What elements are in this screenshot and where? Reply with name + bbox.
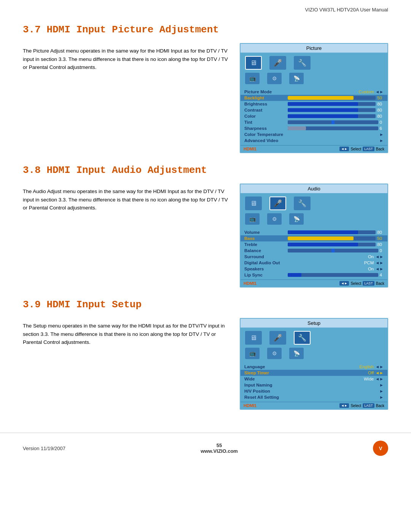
- logo-text: V: [379, 446, 382, 451]
- bar-spacer: [288, 133, 378, 136]
- source-label: HDMI1: [244, 147, 256, 151]
- bar-container: [288, 273, 378, 277]
- sub-icon-2: ⚙: [267, 213, 282, 225]
- picture-icon: 🖥: [245, 56, 262, 70]
- page-footer: Version 11/19/2007 55 www.VIZIO.com V: [0, 433, 411, 463]
- bar-fill: [288, 236, 354, 240]
- select-label: Select: [350, 281, 361, 286]
- select-label: Select: [350, 147, 361, 151]
- menu-label: Balance: [244, 248, 286, 253]
- menu-label: Brightness: [244, 102, 286, 106]
- menu-label: Sharpness: [244, 126, 286, 131]
- table-row: Digital Audio Out PCM ◄►: [241, 260, 387, 266]
- bar-spacer: [288, 255, 366, 259]
- bar-fill: [288, 243, 358, 246]
- bar-spacer: [288, 365, 358, 369]
- menu-label: Surround: [244, 254, 286, 259]
- setup-icon: 🔧: [294, 197, 311, 210]
- table-row: Contrast 80: [241, 107, 387, 113]
- audio-icons-row2: 📺 ⚙ 📡: [241, 213, 387, 228]
- bar-container: [288, 96, 376, 100]
- menu-value: On: [368, 267, 375, 271]
- menu-arrow: ►: [379, 389, 384, 393]
- table-row: Backlight 50: [241, 95, 387, 101]
- audio-icon: 🎤: [269, 197, 286, 210]
- menu-arrow: ►: [379, 138, 384, 143]
- setup-panel-header: Setup: [241, 319, 387, 328]
- bar-spacer: [288, 267, 366, 271]
- last-btn: LAST: [363, 403, 374, 408]
- menu-label: Sleep Timer: [244, 371, 286, 375]
- footer-controls: ◄► Select LAST Back: [339, 281, 384, 286]
- table-row: Advanced Video ►: [241, 137, 387, 144]
- manual-title: VIZIO VW37L HDTV20A User Manual: [305, 7, 388, 13]
- section-3-7-title: 3.7 HDMI Input Picture Adjustment: [23, 24, 388, 35]
- lip-sync-label: Lip Sync: [244, 273, 286, 277]
- menu-label: H/V Position: [244, 389, 286, 393]
- menu-value: 80: [377, 242, 384, 247]
- bar-spacer: [288, 371, 366, 375]
- menu-arrow: ◄►: [375, 254, 384, 259]
- picture-icon: 🖥: [245, 331, 262, 345]
- menu-arrow: ◄►: [375, 260, 384, 265]
- bar-spacer: [288, 389, 378, 393]
- menu-label: Advanced Video: [244, 138, 286, 143]
- table-row: Input Naming ►: [241, 382, 387, 388]
- menu-arrow: ►: [379, 395, 384, 399]
- table-row: Wide Wide ◄►: [241, 376, 387, 382]
- menu-arrow: ◄►: [375, 364, 384, 369]
- menu-value: 0: [380, 248, 384, 253]
- bar-container: [288, 120, 378, 124]
- menu-value: 50: [377, 96, 384, 100]
- section-3-8-title: 3.8 HDMI Input Audio Adjustment: [23, 165, 388, 176]
- menu-label: Backlight: [244, 96, 286, 100]
- menu-arrow: ►: [379, 132, 384, 137]
- menu-label: Speakers: [244, 267, 286, 271]
- bar-container: [288, 102, 376, 106]
- table-row: Tint 0: [241, 119, 387, 125]
- menu-label: Reset All Setting: [244, 395, 286, 399]
- audio-menu-rows: Volume 80 Bass 50 Treble: [241, 228, 387, 280]
- bar-fill: [288, 273, 301, 277]
- bar-container: [288, 243, 376, 246]
- menu-label: Contrast: [244, 108, 286, 112]
- bar-spacer: [288, 90, 357, 94]
- bar-container: [288, 236, 376, 240]
- section-3-9-title: 3.9 HDMI Input Setup: [23, 299, 388, 310]
- sub-icon-3: 📡: [289, 73, 304, 84]
- bar-fill: [288, 230, 358, 234]
- section-3-7-text: The Picture Adjust menu operates in the …: [23, 43, 228, 72]
- page-header: VIZIO VW37L HDTV20A User Manual: [0, 0, 411, 13]
- page-number: 55: [201, 443, 238, 448]
- website-url: www.VIZIO.com: [201, 448, 238, 454]
- audio-panel-footer: HDMI1 ◄► Select LAST Back: [241, 280, 387, 287]
- menu-value: PCM: [364, 260, 376, 265]
- menu-arrow: ►: [379, 383, 384, 387]
- menu-arrow: ◄►: [375, 89, 384, 94]
- bar-dot: [331, 249, 335, 252]
- last-btn: LAST: [363, 281, 374, 286]
- setup-icon: 🔧: [294, 56, 311, 70]
- menu-value: 50: [377, 236, 384, 241]
- bar-container: [288, 108, 376, 112]
- menu-arrow: ◄►: [375, 371, 384, 375]
- table-row: Picture Mode Custom ◄►: [241, 89, 387, 95]
- audio-icon: 🎤: [269, 56, 286, 70]
- table-row: Sharpness 6: [241, 125, 387, 131]
- menu-value: 80: [377, 102, 384, 106]
- picture-panel-footer: HDMI1 ◄► Select LAST Back: [241, 145, 387, 152]
- version-label: Version 11/19/2007: [23, 446, 65, 451]
- nav-btn: ◄►: [339, 281, 349, 286]
- section-3-7-block: The Picture Adjust menu operates in the …: [23, 43, 388, 153]
- bar-spacer: [288, 377, 362, 381]
- back-label: Back: [376, 404, 384, 408]
- picture-menu-rows: Picture Mode Custom ◄► Backlight 50 Brig…: [241, 87, 387, 145]
- bar-container: [288, 249, 378, 252]
- source-label: HDMI1: [244, 281, 256, 286]
- menu-value: 80: [377, 108, 384, 112]
- nav-btn: ◄►: [339, 403, 349, 408]
- menu-value: Custom: [359, 89, 376, 94]
- menu-label: Digital Audio Out: [244, 260, 286, 265]
- sub-icon-1: 📺: [245, 213, 260, 225]
- bar-dot: [331, 120, 335, 124]
